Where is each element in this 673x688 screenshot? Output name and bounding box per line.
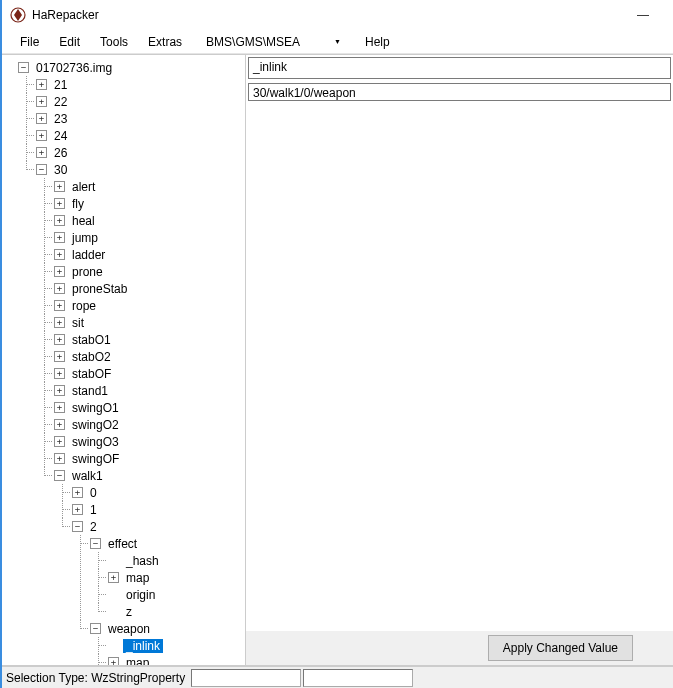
tree-node-weapon[interactable]: −weapon [90,620,245,637]
selection-type-label: Selection Type: WzStringProperty [2,671,189,685]
preview-area [246,103,673,631]
tree-node-effect[interactable]: −effect [90,535,245,552]
tree-node-swingOF[interactable]: +swingOF [54,450,245,467]
tree-node-prone[interactable]: +prone [54,263,245,280]
apply-changed-value-button[interactable]: Apply Changed Value [488,635,633,661]
menu-region-label: BMS\GMS\MSEA [206,35,300,49]
main-area: −01702736.img +21 +22 +23 +24 +26 −30 +a… [2,54,673,666]
tree-node-jump[interactable]: +jump [54,229,245,246]
tree-node-stabO1[interactable]: +stabO1 [54,331,245,348]
tree-view[interactable]: −01702736.img +21 +22 +23 +24 +26 −30 +a… [2,55,245,665]
tree-node-sit[interactable]: +sit [54,314,245,331]
menu-file[interactable]: File [10,31,49,53]
menu-tools[interactable]: Tools [90,31,138,53]
tree-node-walk1-2[interactable]: −2 [72,518,245,535]
titlebar: HaRepacker — [2,0,673,30]
menu-extras[interactable]: Extras [138,31,192,53]
tree-panel[interactable]: −01702736.img +21 +22 +23 +24 +26 −30 +a… [2,55,246,665]
tree-node-rope[interactable]: +rope [54,297,245,314]
tree-node-stabOF[interactable]: +stabOF [54,365,245,382]
tree-node-23[interactable]: +23 [36,110,245,127]
tree-node-walk1-0[interactable]: +0 [72,484,245,501]
menubar: File Edit Tools Extras BMS\GMS\MSEA ▼ He… [2,30,673,54]
tree-node-map[interactable]: +map [108,569,245,586]
tree-node-z[interactable]: z [108,603,245,620]
apply-row: Apply Changed Value [246,631,673,665]
tree-node-alert[interactable]: +alert [54,178,245,195]
tree-node-proneStab[interactable]: +proneStab [54,280,245,297]
tree-node-heal[interactable]: +heal [54,212,245,229]
tree-node-walk1-1[interactable]: +1 [72,501,245,518]
status-cell-1 [191,669,301,687]
window-title: HaRepacker [32,8,621,22]
tree-node-swingO3[interactable]: +swingO3 [54,433,245,450]
tree-node-24[interactable]: +24 [36,127,245,144]
tree-node-inlink[interactable]: _inlink [108,637,245,654]
menu-help[interactable]: Help [355,31,400,53]
tree-node-hash[interactable]: _hash [108,552,245,569]
tree-node-swingO2[interactable]: +swingO2 [54,416,245,433]
tree-node-21[interactable]: +21 [36,76,245,93]
minimize-button[interactable]: — [621,1,665,29]
app-icon [10,7,26,23]
property-value-field[interactable]: 30/walk1/0/weapon [248,83,671,101]
tree-node-origin[interactable]: origin [108,586,245,603]
tree-node-stabO2[interactable]: +stabO2 [54,348,245,365]
tree-node-swingO1[interactable]: +swingO1 [54,399,245,416]
tree-node-30[interactable]: −30 [36,161,245,178]
tree-node-root[interactable]: −01702736.img [18,59,245,76]
property-name-field[interactable]: _inlink [248,57,671,79]
tree-node-fly[interactable]: +fly [54,195,245,212]
detail-panel: _inlink 30/walk1/0/weapon Apply Changed … [246,55,673,665]
tree-node-walk1[interactable]: −walk1 [54,467,245,484]
menu-region-dropdown[interactable]: BMS\GMS\MSEA ▼ [196,33,345,51]
tree-node-22[interactable]: +22 [36,93,245,110]
tree-node-26[interactable]: +26 [36,144,245,161]
tree-node-weapon-map[interactable]: +map [108,654,245,665]
chevron-down-icon: ▼ [334,38,341,45]
statusbar: Selection Type: WzStringProperty [2,666,673,688]
tree-node-stand1[interactable]: +stand1 [54,382,245,399]
tree-node-ladder[interactable]: +ladder [54,246,245,263]
status-cell-2 [303,669,413,687]
menu-edit[interactable]: Edit [49,31,90,53]
